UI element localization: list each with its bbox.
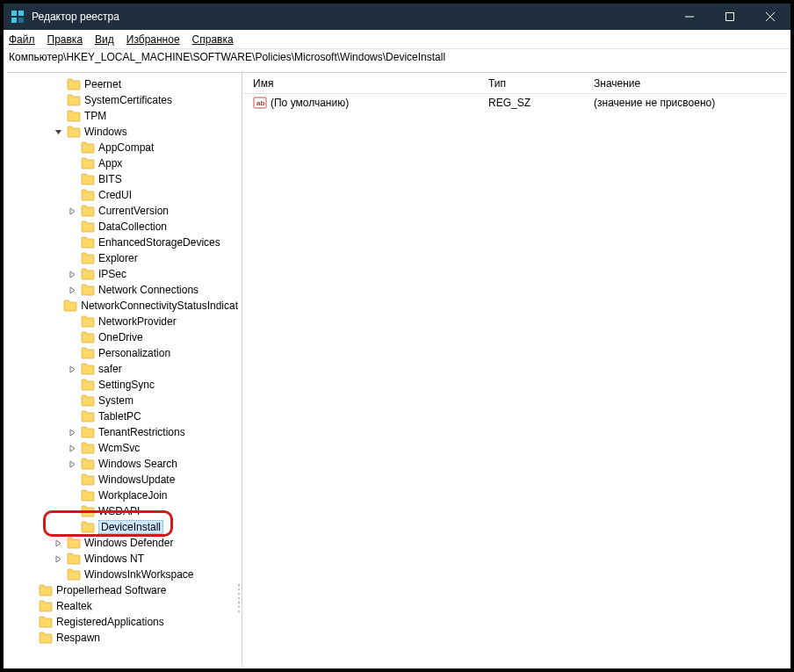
splitter-handle[interactable] <box>236 73 242 665</box>
tree-item-label: Realtek <box>56 600 92 612</box>
tree-item-label: Peernet <box>84 78 121 90</box>
tree-item[interactable]: SystemCertificates <box>7 92 242 108</box>
tree-item[interactable]: NetworkConnectivityStatusIndicat <box>7 298 242 314</box>
col-type[interactable]: Тип <box>483 74 588 93</box>
expand-icon[interactable] <box>54 555 67 563</box>
tree-item[interactable]: WindowsUpdate <box>7 472 242 488</box>
menu-view[interactable]: Вид <box>95 33 114 46</box>
tree-item[interactable]: System <box>7 393 242 408</box>
expand-icon[interactable] <box>69 429 81 437</box>
tree-item[interactable]: Network Connections <box>7 282 242 298</box>
tree-item[interactable]: TPM <box>7 108 242 124</box>
tree-item-label: NetworkConnectivityStatusIndicat <box>81 300 238 312</box>
col-name[interactable]: Имя <box>248 74 483 93</box>
tree-item[interactable]: Explorer <box>7 250 242 266</box>
title-bar: Редактор реестра <box>4 4 790 30</box>
svg-rect-0 <box>11 11 17 16</box>
content-area: PeernetSystemCertificatesTPMWindowsAppCo… <box>7 72 787 665</box>
row-type: REG_SZ <box>483 97 588 109</box>
tree-item[interactable]: Personalization <box>7 345 242 361</box>
menu-edit[interactable]: Правка <box>47 33 83 46</box>
tree-item-label: Appx <box>98 157 122 170</box>
expand-icon[interactable] <box>54 128 67 136</box>
minimize-button[interactable] <box>669 4 710 30</box>
tree-item[interactable]: IPSec <box>7 266 242 282</box>
menu-favorites[interactable]: Избранное <box>126 33 180 46</box>
tree-item[interactable]: NetworkProvider <box>7 314 242 329</box>
tree-item[interactable]: Propellerhead Software <box>7 582 242 598</box>
tree-item[interactable]: TenantRestrictions <box>7 424 242 440</box>
tree-item-label: EnhancedStorageDevices <box>98 236 220 249</box>
tree-item[interactable]: TabletPC <box>7 408 242 424</box>
tree-item[interactable]: RegisteredApplications <box>7 614 242 630</box>
tree-item-label: AppCompat <box>98 141 154 154</box>
expand-icon[interactable] <box>69 460 81 468</box>
folder-icon <box>81 268 95 280</box>
tree-item[interactable]: WindowsInkWorkspace <box>7 567 242 582</box>
folder-icon <box>39 632 53 644</box>
tree-item[interactable]: OneDrive <box>7 329 242 345</box>
tree-item[interactable]: EnhancedStorageDevices <box>7 235 242 250</box>
expand-icon[interactable] <box>69 365 81 373</box>
folder-icon <box>81 394 95 407</box>
tree-item-label: SettingSync <box>98 379 155 391</box>
folder-icon <box>39 616 53 628</box>
folder-icon <box>81 236 95 249</box>
tree-item[interactable]: CurrentVersion <box>7 203 242 219</box>
tree-item[interactable]: Appx <box>7 155 242 171</box>
tree-item-label: RegisteredApplications <box>56 616 164 628</box>
menu-help[interactable]: Справка <box>192 33 234 46</box>
folder-icon <box>67 94 81 106</box>
tree-item[interactable]: SettingSync <box>7 377 242 393</box>
folder-icon <box>63 300 77 312</box>
app-icon <box>11 10 25 24</box>
tree-item-label: OneDrive <box>98 331 143 343</box>
tree-item[interactable]: Peernet <box>7 76 242 92</box>
tree-item-label: CredUI <box>98 189 132 201</box>
tree-item-label: WindowsInkWorkspace <box>84 568 194 581</box>
maximize-button[interactable] <box>710 4 750 30</box>
folder-icon <box>81 410 95 423</box>
tree-item[interactable]: WSDAPI <box>7 503 242 519</box>
menu-file[interactable]: Файл <box>9 33 35 46</box>
folder-icon <box>81 505 95 517</box>
tree-item[interactable]: DataCollection <box>7 219 242 235</box>
folder-icon <box>81 442 95 454</box>
tree-item-label: Windows NT <box>84 553 144 565</box>
tree-item[interactable]: Windows Search <box>7 456 242 472</box>
folder-icon <box>81 315 95 328</box>
expand-icon[interactable] <box>54 539 67 547</box>
folder-icon <box>67 537 81 549</box>
tree-item[interactable]: AppCompat <box>7 140 242 155</box>
tree-item-label: TPM <box>84 110 106 122</box>
tree-item[interactable]: Windows NT <box>7 551 242 567</box>
tree-item[interactable]: WcmSvc <box>7 440 242 456</box>
tree-item[interactable]: WorkplaceJoin <box>7 488 242 503</box>
expand-icon[interactable] <box>69 207 81 215</box>
folder-icon <box>81 489 95 502</box>
tree-item[interactable]: CredUI <box>7 187 242 203</box>
list-row[interactable]: ab (По умолчанию) REG_SZ (значение не пр… <box>242 94 787 112</box>
list-header[interactable]: Имя Тип Значение <box>242 73 787 94</box>
expand-icon[interactable] <box>69 286 81 294</box>
tree-view[interactable]: PeernetSystemCertificatesTPMWindowsAppCo… <box>7 73 242 665</box>
address-bar[interactable]: Компьютер\HKEY_LOCAL_MACHINE\SOFTWARE\Po… <box>4 49 790 67</box>
tree-item[interactable]: Respawn <box>7 630 242 646</box>
close-button[interactable] <box>750 4 790 30</box>
tree-item[interactable]: Realtek <box>7 598 242 614</box>
tree-item[interactable]: Windows Defender <box>7 535 242 551</box>
svg-text:ab: ab <box>256 99 264 107</box>
folder-icon <box>81 173 95 185</box>
expand-icon[interactable] <box>69 271 81 278</box>
tree-item[interactable]: DeviceInstall <box>7 519 242 535</box>
col-value[interactable]: Значение <box>588 74 787 93</box>
folder-icon <box>67 78 81 90</box>
folder-icon <box>67 126 81 138</box>
expand-icon[interactable] <box>69 444 81 452</box>
tree-item-label: Explorer <box>98 252 138 264</box>
tree-item[interactable]: BITS <box>7 171 242 187</box>
tree-item[interactable]: Windows <box>7 124 242 140</box>
tree-item[interactable]: safer <box>7 361 242 377</box>
tree-item-label: Respawn <box>56 632 100 644</box>
tree-item-label: DeviceInstall <box>98 520 163 534</box>
